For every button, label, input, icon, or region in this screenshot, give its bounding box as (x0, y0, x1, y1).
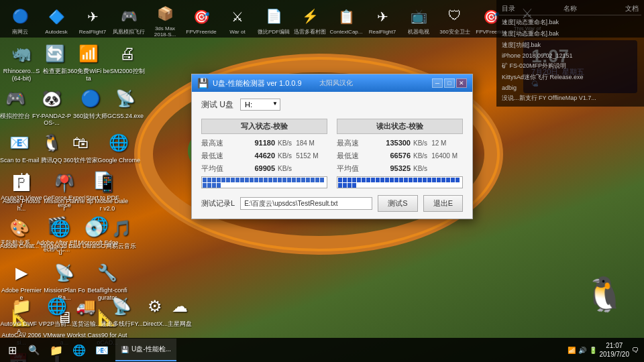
icon-autodesk: 🔷 (46, 6, 67, 27)
taskbar-top-icon-1[interactable]: 🔷 Autodesk (39, 6, 74, 35)
write-min-row: 最低速 44620 KB/s 5152 M (201, 151, 327, 161)
dialog-minimize-btn[interactable]: ─ (432, 78, 443, 88)
right-file-item-1[interactable]: 速度[动态重命名].bak (499, 28, 641, 40)
desktop-icon-gcs[interactable]: 📡 GCS5.24.exe (107, 82, 144, 127)
taskbar-top-icon-6[interactable]: ⚔ War ot (220, 6, 255, 35)
desktop-icon-360wifi[interactable]: 📶 360免费WiFi beta (67, 38, 110, 82)
taskbar-top-icon-10[interactable]: ✈ RealFlight7 (365, 6, 400, 35)
right-panel-header: 目录 名称 文档 (499, 3, 641, 15)
read-min-value: 66576 (367, 152, 411, 160)
desktop-icon-rhinoceros[interactable]: 🦏 Rhinocero...S (64-bit) (0, 38, 43, 82)
write-progress-area (201, 176, 327, 188)
taskbar-edge[interactable]: 🌐 (68, 338, 90, 362)
log-label: 测试记录L (201, 198, 235, 208)
missionplanner-icon: 📍 (52, 172, 76, 196)
taskbar-top-icon-9[interactable]: 📋 ContextCap... (329, 6, 364, 35)
icon-thiswar: ⚔ (227, 6, 248, 27)
desktop-icon-adobecreat[interactable]: 🎨 Adobe Creat... (0, 213, 39, 257)
right-file-item-5[interactable]: KittysAd迷你飞行 Release.exe (499, 72, 641, 83)
battery-icon: 🔋 (589, 347, 597, 354)
desktop-icon-fuzou[interactable]: 📡 迷走多线行FY... (101, 290, 143, 335)
taskbar-file-explorer[interactable]: 📁 (46, 338, 67, 362)
desktop-icon-main-net[interactable]: ☁ 主星网盘 (168, 290, 192, 335)
taskbar-top-icon-5[interactable]: 🎯 FPVFreeride (184, 6, 219, 35)
dialog-maximize-btn[interactable]: □ (444, 78, 455, 88)
udisk-select[interactable]: H: ▼ (240, 99, 280, 111)
taskbar-top-icon-3[interactable]: 🎮 凤凰模拟飞行 (111, 5, 146, 36)
photoshop-icon: 🅿 (9, 172, 34, 196)
directx-icon: ⚙ (143, 294, 167, 318)
desktop-icon-ultraiso[interactable]: 💿 UltraISO (82, 213, 106, 257)
taskbar-date-display: 2019/7/20 (600, 350, 630, 359)
taskbar-search[interactable]: 🔍 (24, 338, 43, 362)
360wifi-icon: 📶 (76, 42, 101, 66)
taskbar-top-icon-0[interactable]: 🔵 南网云 (3, 5, 38, 36)
right-file-item-7[interactable]: 没说...新支行 FY OfflineMap V1.7... (499, 93, 641, 104)
desktop-icon-360soft[interactable]: 🛍 360软件管家 (64, 127, 98, 164)
udisk-value: H: (245, 101, 252, 109)
write-min-label: 最低速 (201, 151, 231, 161)
write-section-header: 写入状态-校验 (201, 119, 327, 134)
read-progress-area (337, 176, 463, 188)
taskbar-top-icon-7[interactable]: 📄 微比PDF编辑 (256, 5, 291, 36)
premiere-icon: ▶ (9, 261, 34, 285)
read-avg-value: 95325 (367, 164, 411, 172)
chrome-icon: 🌐 (107, 131, 131, 155)
edge-taskbar-icon: 🌐 (72, 344, 86, 357)
mail-taskbar-icon: 📧 (95, 344, 109, 357)
right-file-item-6[interactable]: adbig (499, 83, 641, 93)
desktop-icon-tengge[interactable]: 🌐 Tengge3d Baidu (39, 213, 82, 257)
network-icon: 📶 (568, 347, 576, 354)
taskbar-app-udisk[interactable]: 💾 U盘-性能检... (115, 339, 176, 361)
right-file-item-4[interactable]: 矿 FS-020MFP外购说明 (499, 60, 641, 72)
exit-button[interactable]: 退出E (423, 195, 463, 212)
read-max-label: 最高速 (337, 138, 367, 148)
desktop-icon-scan[interactable]: 📧 Scan to E-mail (0, 127, 40, 164)
test-button[interactable]: 测试S (378, 195, 417, 212)
right-file-item-0[interactable]: 速度[动态重命名].bak (499, 17, 641, 28)
write-max-label: 最高速 (201, 138, 231, 148)
notification-icon[interactable]: 🗨 (632, 347, 639, 354)
desktop-icon-sm2000[interactable]: 🖨 SM2000控制 (110, 38, 145, 82)
write-progress-blocks (202, 177, 327, 188)
dialog-close-btn[interactable]: ✕ (456, 78, 467, 88)
read-max-row: 最高速 135300 KB/s 12 M (337, 138, 463, 148)
taskbar-clock[interactable]: 21:07 2019/7/20 (600, 341, 630, 359)
desktop-icon-netease[interactable]: 🎵 网易云音乐 (106, 213, 136, 257)
right-file-item-3[interactable]: iPhone 2018.09.02_12151 (499, 51, 641, 60)
desktop-icon-p2p[interactable]: 🌐 P2P当前... (43, 290, 72, 335)
search-icon: 🔍 (28, 345, 40, 355)
udisk-row: 测试 U盘 H: ▼ (201, 99, 463, 111)
taskbar-mail[interactable]: 📧 (91, 338, 113, 362)
desktop-icon-monikong[interactable]: 🎮 模拟控控台 (0, 82, 30, 127)
desktop-icon-missionplanner[interactable]: 📍 Mission Planner (43, 168, 86, 213)
taskbar-top-icon-11[interactable]: 📺 机器电视 (401, 5, 436, 36)
start-button[interactable]: ⊞ (0, 338, 24, 362)
start-icon: ⊞ (8, 344, 17, 357)
360soft-icon: 🛍 (68, 131, 93, 155)
desktop-icon-photoshop[interactable]: 🅿 Adobe Photosh... (0, 168, 43, 213)
top-taskbar: 🔵 南网云 🔷 Autodesk ✈ RealFlight7 🎮 凤凰模拟飞行 … (0, 0, 644, 38)
desktop-icon-directx[interactable]: ⚙ DirectX... (143, 290, 168, 335)
icon-rf7: ✈ (372, 6, 393, 27)
desktop-icon-dpmobile[interactable]: 📱 dp Mobile Dialer v2.0 (86, 168, 129, 213)
desktop-icon-chrome[interactable]: 🌐 Google Chrome (98, 127, 141, 164)
netease-icon: 🎵 (109, 217, 133, 241)
check-updates-icon: 🔄 (43, 42, 67, 66)
taskbar-top-icon-4[interactable]: 📦 3ds Max 2018-S... (148, 3, 182, 38)
dialog-titlebar: 💾 U盘-性能检测器 ver 1.0.0.9 太阳风汉化 ─ □ ✕ (192, 74, 472, 92)
desktop-icon-fypanda[interactable]: 🐼 FY-PANDA2-POS-... (30, 82, 73, 127)
taskbar-top-icon-12[interactable]: 🛡 360安全卫士 (437, 5, 472, 36)
desktop-icon-autocadwf[interactable]: 📁 AutoVG DWF VA... (0, 290, 43, 335)
desktop-icon-songhuoyun[interactable]: 🚚 送货运输... (72, 290, 101, 335)
right-file-item-2[interactable]: 速度[功能].bak (499, 40, 641, 51)
desktop-icon-check[interactable]: 🔄 检查更新 (43, 38, 67, 82)
desktop-icon-360da[interactable]: 🔵 360旋转大师 (73, 82, 107, 127)
taskbar-top-icon-2[interactable]: ✈ RealFlight7 (75, 6, 110, 35)
log-path-input[interactable] (240, 197, 372, 210)
taskbar-top-icon-8[interactable]: ⚡ 迅雷多看村图 (292, 5, 327, 36)
rhinoceros-icon: 🦏 (9, 42, 34, 66)
top-icons-row: 🔵 南网云 🔷 Autodesk ✈ RealFlight7 🎮 凤凰模拟飞行 … (0, 3, 547, 38)
desktop-icon-qq[interactable]: 🐧 腾讯QQ (40, 127, 64, 164)
dialog-title-icon: 💾 (197, 78, 209, 88)
